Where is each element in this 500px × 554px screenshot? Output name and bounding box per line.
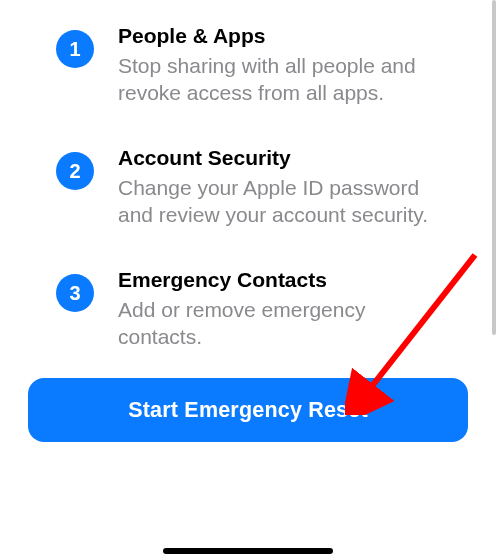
step-badge-1: 1 [56, 30, 94, 68]
step-1-title: People & Apps [118, 22, 440, 50]
step-1-text: People & Apps Stop sharing with all peop… [118, 22, 440, 106]
step-2-text: Account Security Change your Apple ID pa… [118, 144, 440, 228]
step-2-desc: Change your Apple ID password and review… [118, 174, 440, 228]
step-2: 2 Account Security Change your Apple ID … [56, 144, 440, 228]
step-3: 3 Emergency Contacts Add or remove emerg… [56, 266, 440, 350]
scrollbar[interactable] [492, 0, 496, 335]
step-badge-2: 2 [56, 152, 94, 190]
home-indicator [163, 548, 333, 554]
step-badge-3: 3 [56, 274, 94, 312]
step-2-title: Account Security [118, 144, 440, 172]
cta-label: Start Emergency Reset [128, 398, 368, 423]
step-1: 1 People & Apps Stop sharing with all pe… [56, 22, 440, 106]
step-3-desc: Add or remove emergency contacts. [118, 296, 440, 350]
safety-check-screen: 1 People & Apps Stop sharing with all pe… [0, 0, 496, 554]
step-1-desc: Stop sharing with all people and revoke … [118, 52, 440, 106]
step-3-text: Emergency Contacts Add or remove emergen… [118, 266, 440, 350]
start-emergency-reset-button[interactable]: Start Emergency Reset [28, 378, 468, 442]
step-3-title: Emergency Contacts [118, 266, 440, 294]
steps-list: 1 People & Apps Stop sharing with all pe… [0, 0, 496, 350]
